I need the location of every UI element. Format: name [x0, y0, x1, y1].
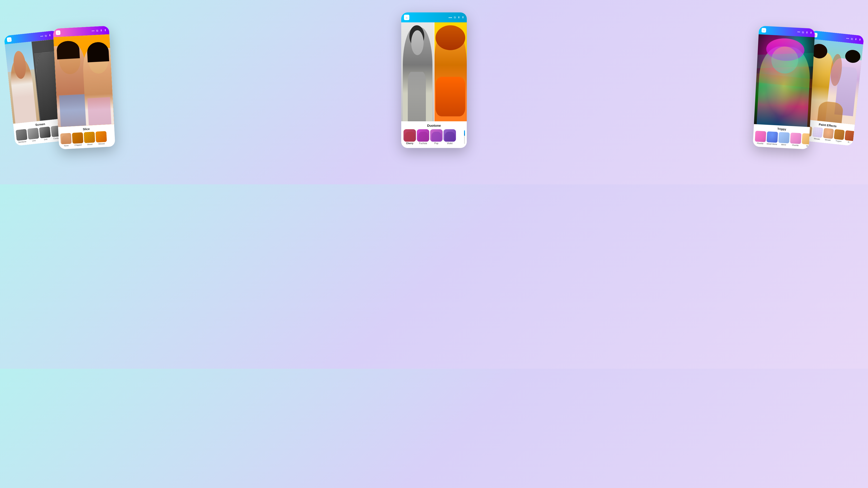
filter-item[interactable]: Minced	[95, 131, 107, 145]
copy-icon-2[interactable]: ⧉	[96, 29, 98, 32]
share-icon-2[interactable]: ⬆	[104, 29, 106, 32]
filter-thumb-semitone[interactable]	[16, 129, 28, 141]
filter-item[interactable]: Drill	[39, 127, 51, 141]
filter-label-sliced: Sliced	[84, 143, 95, 146]
filter-thumb-none[interactable]	[60, 133, 71, 144]
filter-label-lino: Lino	[29, 139, 39, 142]
filter-item[interactable]: Semitone	[16, 129, 28, 143]
filter-thumb-drill[interactable]	[39, 127, 51, 138]
home-icon-2[interactable]: ⌂	[56, 30, 61, 35]
filter-thumb-chipped[interactable]	[72, 132, 83, 143]
download-icon-1[interactable]: ⬇	[49, 34, 51, 37]
filter-label-drill: Drill	[40, 138, 51, 141]
image-area-2	[53, 34, 114, 127]
filter-item[interactable]: Sliced	[84, 132, 95, 146]
filter-item[interactable]: None	[60, 133, 72, 147]
download-icon-2[interactable]: ⬇	[100, 29, 103, 32]
filter-label-none: None	[61, 144, 72, 147]
filter-row-2: None Chipped Sliced Minced	[60, 131, 114, 147]
dots-icon-2[interactable]: •••	[92, 29, 94, 33]
phone-slice: ⌂ ••• ⧉ ⬇ ⬆ Slice Non	[53, 26, 115, 149]
dots-icon-1[interactable]: •••	[40, 35, 43, 38]
copy-icon-1[interactable]: ⧉	[45, 34, 47, 37]
filter-thumb-minced[interactable]	[95, 131, 107, 142]
filter-label-minced: Minced	[96, 142, 107, 145]
filter-item[interactable]: Chipped	[72, 132, 84, 147]
home-icon-1[interactable]: ⌂	[7, 37, 12, 42]
filter-label-semitone: Semitone	[17, 140, 28, 143]
filter-item[interactable]: Lino	[27, 128, 39, 142]
filter-thumb-sliced[interactable]	[84, 132, 95, 143]
filter-thumb-lino[interactable]	[27, 128, 39, 140]
filter-label-chipped: Chipped	[72, 143, 84, 147]
bottom-panel-2: Slice None Chipped Sliced	[58, 124, 115, 149]
